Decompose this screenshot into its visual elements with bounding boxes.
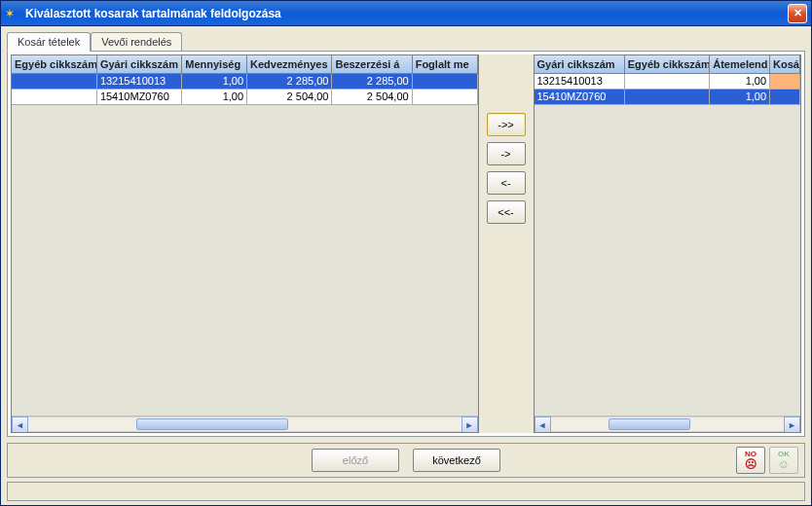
cell: 2 285,00 [247,73,332,89]
col-header[interactable]: Gyári cikkszám [535,55,625,73]
tabstrip: Kosár tételek Vevői rendelés [1,26,811,51]
panel: Egyéb cikkszám Gyári cikkszám Mennyiség … [7,51,805,437]
cell: 13215410013 [96,73,181,89]
scroll-left-button[interactable]: ◄ [535,416,551,433]
window-title: Kiválasztott kosarak tartalmának feldolg… [25,7,788,20]
cell [770,73,800,89]
header-row: Egyéb cikkszám Gyári cikkszám Mennyiség … [12,55,477,73]
next-button[interactable]: következő [413,449,500,472]
move-all-right-button[interactable]: ->> [487,113,526,136]
table-row[interactable]: 15410MZ0760 1,00 2 504,00 2 504,00 [12,89,477,104]
transfer-layout: Egyéb cikkszám Gyári cikkszám Mennyiség … [11,54,801,433]
col-header[interactable]: Gyári cikkszám [96,55,181,73]
col-header[interactable]: Egyéb cikkszám [624,55,710,73]
cell [624,89,710,104]
cell: 13215410013 [535,73,625,89]
move-all-left-button[interactable]: <<- [487,200,526,224]
chevron-left-icon: ◄ [538,420,547,430]
cell: 15410MZ0760 [96,89,181,104]
table-row[interactable]: 13215410013 1,00 2 285,00 2 285,00 [12,73,477,89]
chevron-right-icon: ► [465,420,474,430]
scroll-left-button[interactable]: ◄ [12,416,28,433]
cell: 1,00 [182,89,247,104]
tab-kosar-tetelek[interactable]: Kosár tételek [7,32,91,52]
cell: 2 504,00 [332,89,412,104]
chevron-left-icon: ◄ [16,420,24,430]
cell [770,89,800,104]
app-window: ✶ Kiválasztott kosarak tartalmának feldo… [0,0,812,506]
tab-vevoi-rendeles[interactable]: Vevői rendelés [91,32,182,51]
cell [12,73,96,89]
no-button[interactable]: NO ☹ [736,447,765,474]
ok-button[interactable]: OK ☺ [769,447,798,474]
col-header[interactable]: Kosá [770,55,800,73]
cell [412,73,477,89]
cell [12,89,96,104]
left-table: Egyéb cikkszám Gyári cikkszám Mennyiség … [12,55,478,105]
scroll-track[interactable] [551,416,785,432]
scroll-right-button[interactable]: ► [784,416,800,433]
cell: 1,00 [182,73,247,89]
right-table: Gyári cikkszám Egyéb cikkszám Átemelend … [535,55,801,105]
col-header[interactable]: Beszerzési á [332,55,412,73]
right-grid[interactable]: Gyári cikkszám Egyéb cikkszám Átemelend … [534,54,802,433]
cell: 2 504,00 [247,89,332,104]
cell [412,89,477,104]
table-row[interactable]: 15410MZ0760 1,00 [535,89,800,104]
cell: 15410MZ0760 [535,89,625,104]
col-header[interactable]: Mennyiség [182,55,247,73]
tab-label: Kosár tételek [18,36,80,48]
titlebar[interactable]: ✶ Kiválasztott kosarak tartalmának feldo… [1,1,811,26]
right-grid-body[interactable]: Gyári cikkszám Egyéb cikkszám Átemelend … [535,55,801,416]
app-icon: ✶ [5,6,20,21]
close-icon: ✕ [794,7,802,19]
col-header[interactable]: Foglalt me [412,55,477,73]
statusbar [7,482,805,501]
cell: 2 285,00 [332,73,412,89]
col-header[interactable]: Kedvezményes [247,55,332,73]
left-grid[interactable]: Egyéb cikkszám Gyári cikkszám Mennyiség … [11,54,479,433]
table-row[interactable]: 13215410013 1,00 [535,73,800,89]
footer: előző következő NO ☹ OK ☺ [7,443,805,478]
left-grid-body[interactable]: Egyéb cikkszám Gyári cikkszám Mennyiség … [12,55,478,416]
sad-face-icon: ☹ [745,458,757,470]
col-header[interactable]: Átemelend [710,55,770,73]
col-header[interactable]: Egyéb cikkszám [12,55,96,73]
cell [624,73,710,89]
scroll-thumb[interactable] [136,418,288,430]
close-button[interactable]: ✕ [788,4,807,23]
left-hscroll[interactable]: ◄ ► [12,416,478,432]
header-row: Gyári cikkszám Egyéb cikkszám Átemelend … [535,55,800,73]
move-one-left-button[interactable]: <- [487,171,526,195]
left-grid-wrap: Egyéb cikkszám Gyári cikkszám Mennyiség … [11,54,479,433]
transfer-buttons: ->> -> <- <<- [479,54,534,433]
right-grid-wrap: Gyári cikkszám Egyéb cikkszám Átemelend … [534,54,802,433]
prev-button[interactable]: előző [312,449,399,472]
scroll-right-button[interactable]: ► [461,416,478,433]
happy-face-icon: ☺ [778,458,790,470]
cell: 1,00 [710,89,770,104]
panel-wrap: Egyéb cikkszám Gyári cikkszám Mennyiség … [7,51,805,437]
cell: 1,00 [710,73,770,89]
chevron-right-icon: ► [788,420,796,430]
right-hscroll[interactable]: ◄ ► [535,416,801,432]
move-one-right-button[interactable]: -> [487,142,526,165]
tab-label: Vevői rendelés [101,36,171,48]
scroll-track[interactable] [28,416,461,432]
footer-right-buttons: NO ☹ OK ☺ [736,447,798,474]
scroll-thumb[interactable] [609,418,690,430]
